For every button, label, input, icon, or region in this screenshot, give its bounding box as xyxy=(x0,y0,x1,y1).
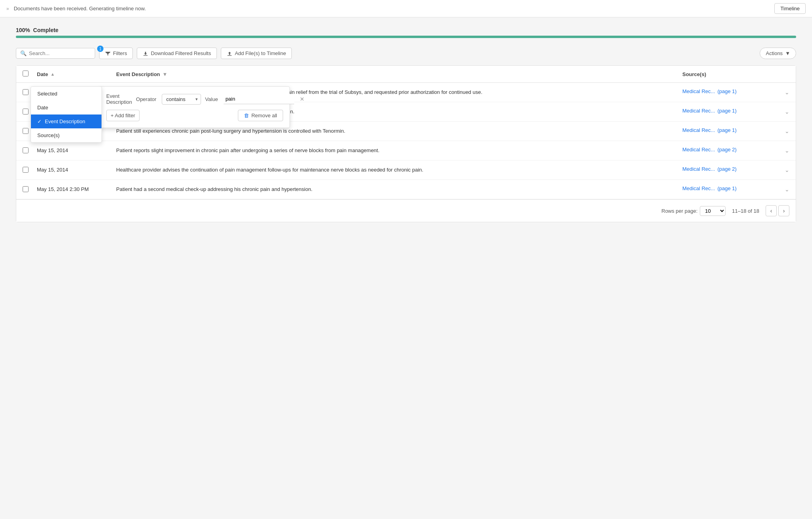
row-event-6: Patient had a second medical check-up ad… xyxy=(116,185,682,193)
source-link-2[interactable]: Medical Rec... xyxy=(682,108,715,114)
dropdown-item-selected[interactable]: Selected xyxy=(31,87,102,101)
source-link-5[interactable]: Medical Rec... xyxy=(682,166,715,172)
row-expand-4[interactable]: ⌄ xyxy=(778,147,789,154)
table-container: Date ▲ Event Description ▼ Source(s) Sel… xyxy=(16,65,796,222)
filter-value-input[interactable] xyxy=(224,94,294,104)
add-files-button[interactable]: Add File(s) to Timeline xyxy=(221,48,292,59)
dropdown-item-label: Selected xyxy=(37,91,57,97)
pagination-bar: Rows per page: 10 25 50 11–18 of 18 ‹ › xyxy=(16,199,796,222)
table-row: May 15, 2014 Healthcare provider advises… xyxy=(16,160,796,180)
filters-button[interactable]: 1 Filters xyxy=(99,48,133,59)
row-source-6: Medical Rec... (page 1) xyxy=(682,185,778,191)
source-link-1[interactable]: Medical Rec... xyxy=(682,88,715,94)
row-expand-3[interactable]: ⌄ xyxy=(778,127,789,134)
row-checkbox-input[interactable] xyxy=(23,128,29,134)
header-checkbox-col xyxy=(23,71,37,78)
main-content: 100% Complete 🔍 1 Filters Download Filte… xyxy=(0,17,812,232)
dropdown-item-sources[interactable]: Source(s) xyxy=(31,128,102,142)
toolbar: 🔍 1 Filters Download Filtered Results Ad… xyxy=(16,48,796,59)
filter-clear-button[interactable]: ✕ xyxy=(298,96,306,102)
event-column-header[interactable]: Event Description ▼ xyxy=(116,71,682,77)
next-page-button[interactable]: › xyxy=(778,205,789,216)
progress-section: 100% Complete xyxy=(16,27,796,38)
progress-label: 100% Complete xyxy=(16,27,796,33)
remove-all-button[interactable]: 🗑 Remove all xyxy=(238,110,283,121)
row-checkbox-5[interactable] xyxy=(23,166,37,174)
page-info: 11–18 of 18 xyxy=(732,208,759,214)
filter-operator-label: Operator xyxy=(136,96,156,102)
status-message: Documents have been received. Generating… xyxy=(14,6,775,11)
column-dropdown: Selected Date ✓ Event Description Source… xyxy=(31,86,102,143)
source-page-link-2[interactable]: (page 1) xyxy=(717,108,736,114)
row-expand-6[interactable]: ⌄ xyxy=(778,185,789,193)
table-row: May 15, 2014 2:30 PM Patient had a secon… xyxy=(16,180,796,199)
dropdown-item-date[interactable]: Date xyxy=(31,101,102,114)
filter-panel: Event Description Operator contains equa… xyxy=(100,86,290,128)
download-icon xyxy=(143,51,148,56)
download-button[interactable]: Download Filtered Results xyxy=(137,48,217,59)
row-checkbox-input[interactable] xyxy=(23,147,29,153)
row-checkbox-input[interactable] xyxy=(23,109,29,114)
select-all-checkbox[interactable] xyxy=(23,71,29,76)
rows-per-page: Rows per page: 10 25 50 xyxy=(661,206,726,216)
source-page-link-3[interactable]: (page 1) xyxy=(717,127,736,133)
actions-button[interactable]: Actions ▼ xyxy=(760,48,796,59)
row-checkbox-input[interactable] xyxy=(23,186,29,192)
row-date-4: May 15, 2014 xyxy=(37,147,116,153)
filter-operator-select[interactable]: contains equals starts with xyxy=(162,94,201,105)
sort-icon: ▲ xyxy=(50,72,55,76)
row-source-2: Medical Rec... (page 1) xyxy=(682,108,778,114)
date-column-header[interactable]: Date ▲ xyxy=(37,71,116,77)
add-filter-button[interactable]: + Add filter xyxy=(106,110,140,121)
source-page-link-4[interactable]: (page 2) xyxy=(717,147,736,153)
filter-actions: + Add filter 🗑 Remove all xyxy=(106,110,283,121)
upload-icon xyxy=(227,51,232,56)
table-row: May 15, 2014 Patient reports slight impr… xyxy=(16,141,796,160)
source-page-link-6[interactable]: (page 1) xyxy=(717,185,736,191)
source-link-4[interactable]: Medical Rec... xyxy=(682,147,715,153)
row-event-3: Patient still experiences chronic pain p… xyxy=(116,127,682,135)
remove-all-label: Remove all xyxy=(251,113,277,118)
progress-percent: 100% xyxy=(16,27,30,33)
dropdown-item-label: Event Description xyxy=(45,118,85,124)
add-files-label: Add File(s) to Timeline xyxy=(235,50,286,56)
row-checkbox-4[interactable] xyxy=(23,147,37,155)
filter-operator-wrapper[interactable]: contains equals starts with xyxy=(162,94,201,105)
row-date-6: May 15, 2014 2:30 PM xyxy=(37,185,116,192)
page-navigation: ‹ › xyxy=(766,205,789,216)
source-page-link-5[interactable]: (page 2) xyxy=(717,166,736,172)
search-wrapper[interactable]: 🔍 xyxy=(16,48,95,59)
source-header-label: Source(s) xyxy=(682,71,706,77)
filters-label: Filters xyxy=(113,50,127,56)
row-checkbox-input[interactable] xyxy=(23,89,29,95)
search-icon: 🔍 xyxy=(20,50,27,56)
expand-icon[interactable]: » xyxy=(6,6,9,11)
dropdown-item-event-description[interactable]: ✓ Event Description xyxy=(31,114,102,128)
row-source-5: Medical Rec... (page 2) xyxy=(682,166,778,172)
event-header-label: Event Description xyxy=(116,71,160,77)
search-input[interactable] xyxy=(29,50,91,56)
row-expand-5[interactable]: ⌄ xyxy=(778,166,789,173)
row-event-5: Healthcare provider advises the continua… xyxy=(116,166,682,174)
chevron-down-icon: ▼ xyxy=(785,50,790,56)
timeline-button[interactable]: Timeline xyxy=(774,3,806,14)
rows-per-page-label: Rows per page: xyxy=(661,208,697,214)
table-header: Date ▲ Event Description ▼ Source(s) xyxy=(16,66,796,83)
filter-value-label: Value xyxy=(205,96,218,102)
event-filter-icon[interactable]: ▼ xyxy=(163,71,168,77)
rows-per-page-select[interactable]: 10 25 50 xyxy=(700,206,726,216)
dropdown-item-label: Date xyxy=(37,105,48,111)
row-checkbox-6[interactable] xyxy=(23,185,37,193)
source-link-6[interactable]: Medical Rec... xyxy=(682,185,715,191)
row-expand-2[interactable]: ⌄ xyxy=(778,108,789,115)
row-expand-1[interactable]: ⌄ xyxy=(778,88,789,95)
source-column-header: Source(s) xyxy=(682,71,778,77)
download-label: Download Filtered Results xyxy=(151,50,211,56)
date-header-label: Date xyxy=(37,71,48,77)
remove-all-icon: 🗑 xyxy=(244,113,249,118)
source-link-3[interactable]: Medical Rec... xyxy=(682,127,715,133)
actions-label: Actions xyxy=(766,50,783,56)
row-checkbox-input[interactable] xyxy=(23,167,29,173)
previous-page-button[interactable]: ‹ xyxy=(766,205,777,216)
source-page-link-1[interactable]: (page 1) xyxy=(717,88,736,94)
